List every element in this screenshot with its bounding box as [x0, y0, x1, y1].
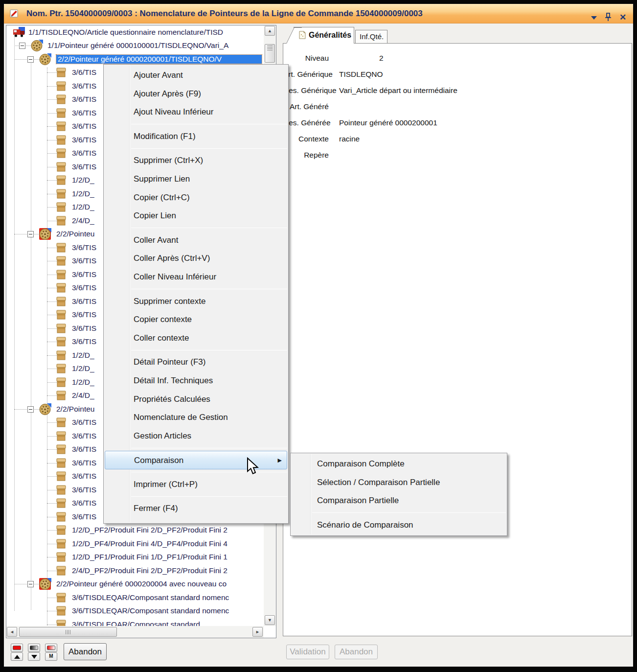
tree-row-label: 3/6/TIS [72, 283, 96, 292]
tree-row-label: 3/6/TIS [72, 486, 96, 494]
black-fade-icon[interactable] [28, 644, 40, 652]
tree-row-label: 1/1/TISDLEQNO/Article questionnaire nome… [28, 28, 223, 37]
menu-item-coller-avant[interactable]: Coller Avant [104, 231, 288, 250]
menu-item-d-tail-inf-techniques[interactable]: Détail Inf. Techniques [104, 371, 288, 390]
tree-row-label: 3/6/TIS [72, 243, 96, 252]
menu-item-modification-f1[interactable]: Modification (F1) [104, 127, 288, 146]
tree-row-label: 2/2/Pointeur généré 0000200004 avec nouv… [56, 579, 227, 588]
collapse-icon[interactable] [591, 16, 597, 20]
tree-row[interactable]: 2/4/D_PF2/Produit Fini 2/D_PF2/Produit F… [6, 564, 264, 578]
menu-item-imprimer-ctrl-p[interactable]: Imprimer (Ctrl+P) [104, 475, 288, 494]
menu-item-fermer-f4[interactable]: Fermer (F4) [104, 499, 288, 518]
tree-row[interactable]: 1/1/TISDLEQNO/Article questionnaire nome… [6, 26, 264, 40]
box-icon [55, 497, 68, 510]
tree-row-label: 3/6/TIS [72, 512, 96, 521]
field-label: Niveau [283, 54, 329, 63]
tree-row-label: 3/6/TIS [72, 95, 96, 104]
menu-item-copier-contexte[interactable]: Copier contexte [104, 310, 288, 329]
menu-item-supprimer-ctrl-x[interactable]: Supprimer (Ctrl+X) [104, 151, 288, 170]
menu-item-gestion-articles[interactable]: Gestion Articles [104, 427, 288, 445]
field-value: Pointeur généré 0000200001 [339, 118, 437, 127]
expander-minus-icon[interactable] [19, 43, 25, 49]
tree-row[interactable]: 3/6/TISDLEQAR/Composant standard [6, 618, 264, 626]
triangle-up-icon[interactable] [11, 652, 23, 661]
expander-minus-icon[interactable] [27, 406, 34, 413]
menu-item-propri-t-s-calcul-es[interactable]: Propriétés Calculées [104, 390, 288, 409]
tree-row-label: 3/6/TIS [72, 432, 96, 440]
tree-row[interactable]: 1/1/Pointeur généré 0000100001/TISDLEQNO… [6, 39, 264, 53]
menu-item-d-tail-pointeur-f3[interactable]: Détail Pointeur (F3) [104, 353, 288, 371]
box-icon [55, 565, 68, 577]
submenu-item-comparaison-compl-te[interactable]: Comparaison Complète [291, 455, 507, 473]
tree-row-label: 2/4/D_ [72, 216, 94, 225]
menu-item-copier-ctrl-c[interactable]: Copier (Ctrl+C) [104, 188, 288, 207]
red-rect-icon[interactable] [11, 644, 23, 652]
close-icon[interactable]: ✕ [619, 12, 626, 23]
menu-item-ajouter-apr-s-f9[interactable]: Ajouter Après (F9) [104, 85, 288, 103]
scroll-up-icon[interactable]: ▲ [265, 26, 275, 36]
pin-icon[interactable] [605, 13, 612, 22]
tree-row-label: 2/2/Pointeur généré 0000200001/TISDLEQNO… [56, 55, 262, 64]
box-icon [55, 443, 68, 456]
submenu-item-comparaison-partielle[interactable]: Comparaison Partielle [291, 491, 507, 510]
menu-item-nomenclature-de-gestion[interactable]: Nomenclature de Gestion [104, 408, 288, 427]
menu-item-supprimer-contexte[interactable]: Supprimer contexte [104, 292, 288, 311]
box-icon [55, 161, 68, 173]
field-label: Art. Généré [283, 102, 329, 111]
expander-minus-icon[interactable] [27, 231, 34, 237]
tree-row-label: 3/6/TIS [72, 122, 96, 131]
tree-row[interactable]: 2/2/Pointeur généré 0000200004 avec nouv… [6, 578, 264, 591]
box-icon [55, 215, 68, 227]
menu-item-coller-apr-s-ctrl-v[interactable]: Coller Après (Ctrl+V) [104, 249, 288, 268]
tree-row-label: 3/6/TIS [72, 270, 96, 279]
menu-item-ajout-niveau-inf-rieur[interactable]: Ajout Niveau Inférieur [104, 103, 288, 121]
triangle-down-icon[interactable] [28, 652, 40, 661]
abandon-button[interactable]: Abandon [64, 643, 107, 660]
tree-hscrollbar[interactable]: ◄ ► [6, 626, 264, 638]
app-icon [10, 9, 20, 18]
box-icon [55, 457, 68, 469]
tree-row[interactable]: 3/6/TISDLEQAR/Composant standard nomenc [6, 604, 264, 618]
field-label: Des. Générée [283, 118, 329, 127]
tree-row[interactable]: 1/2/D_PF4/Produit Fini 4/D_PF4/Produit F… [6, 537, 264, 551]
menu-item-ajouter-avant[interactable]: Ajouter Avant [104, 66, 288, 85]
tab-inf-qte[interactable]: Inf.Qté. [355, 30, 387, 43]
tree-row-label: 3/6/TISDLEQAR/Composant standard nomenc [72, 593, 229, 602]
menu-separator [131, 472, 287, 472]
tree-row[interactable]: 3/6/TISDLEQAR/Composant standard nomenc [6, 591, 264, 605]
tree-row[interactable]: 1/2/D_PF2/Produit Fini 2/D_PF2/Produit F… [6, 524, 264, 537]
tree-row-label: 3/6/TIS [72, 149, 96, 158]
tab-generalites[interactable]: Généralités [294, 27, 354, 44]
abandon-right-button[interactable]: Abandon [335, 645, 378, 659]
menu-separator [131, 448, 287, 448]
menu-separator [131, 148, 287, 149]
m-icon[interactable]: M [45, 652, 57, 661]
box-icon [55, 524, 68, 536]
vscroll-thumb[interactable] [265, 44, 275, 63]
menu-item-coller-niveau-inf-rieur[interactable]: Coller Niveau Inférieur [104, 268, 288, 286]
submenu-item-s-lection-comparaison-partielle[interactable]: Sélection / Comparaison Partielle [291, 473, 507, 492]
scroll-right-icon[interactable]: ► [252, 627, 263, 637]
expander-minus-icon[interactable] [27, 56, 34, 63]
tree-row[interactable]: 1/2/D_PF1/Produit Fini 1/D_PF1/Produit F… [6, 551, 264, 564]
box-icon [55, 538, 68, 550]
menu-item-coller-contexte[interactable]: Coller contexte [104, 329, 288, 348]
box-icon [55, 201, 68, 213]
expander-minus-icon[interactable] [27, 581, 34, 587]
scroll-down-icon[interactable]: ▼ [265, 615, 275, 625]
submenu-arrow-icon: ▶ [278, 451, 282, 470]
validation-button[interactable]: Validation [286, 645, 329, 659]
tree-row-label: 1/2/D_ [72, 378, 94, 387]
hscroll-thumb[interactable] [19, 627, 117, 637]
menu-item-supprimer-lien[interactable]: Supprimer Lien [104, 170, 288, 188]
menu-item-copier-lien[interactable]: Copier Lien [104, 207, 288, 225]
tree-row-label: 3/6/TIS [72, 297, 96, 306]
box-icon [55, 80, 68, 93]
scroll-left-icon[interactable]: ◄ [7, 627, 17, 637]
red-fade-icon[interactable] [45, 644, 57, 652]
box-icon [55, 269, 68, 281]
titlebar[interactable]: Nom. Ptr. 1504000009/0003 : Nomenclature… [4, 4, 633, 23]
menu-separator [131, 228, 287, 228]
box-icon [55, 363, 68, 375]
submenu-item-sc-nario-de-comparaison[interactable]: Scénario de Comparaison [291, 516, 507, 534]
